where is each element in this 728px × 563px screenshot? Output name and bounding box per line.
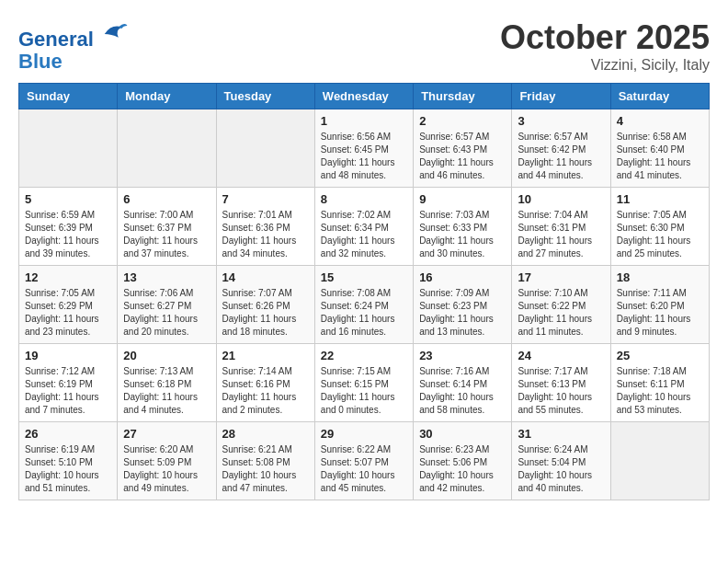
calendar-cell: 28Sunrise: 6:21 AM Sunset: 5:08 PM Dayli… <box>216 422 314 500</box>
day-info: Sunrise: 6:22 AM Sunset: 5:07 PM Dayligh… <box>321 443 407 495</box>
logo: General Blue <box>18 18 129 73</box>
day-info: Sunrise: 6:59 AM Sunset: 6:39 PM Dayligh… <box>25 209 111 260</box>
day-number: 5 <box>25 192 111 206</box>
weekday-header-sunday: Sunday <box>19 84 118 109</box>
calendar-cell: 27Sunrise: 6:20 AM Sunset: 5:09 PM Dayli… <box>118 422 216 500</box>
day-info: Sunrise: 7:11 AM Sunset: 6:20 PM Dayligh… <box>617 287 703 339</box>
day-number: 13 <box>123 270 210 284</box>
day-info: Sunrise: 6:20 AM Sunset: 5:09 PM Dayligh… <box>123 443 210 495</box>
calendar-cell <box>216 109 314 188</box>
calendar-cell: 25Sunrise: 7:18 AM Sunset: 6:11 PM Dayli… <box>610 344 709 422</box>
calendar-cell: 10Sunrise: 7:04 AM Sunset: 6:31 PM Dayli… <box>512 188 610 266</box>
page-header: General Blue October 2025 Vizzini, Sicil… <box>18 18 710 74</box>
weekday-header-wednesday: Wednesday <box>314 84 413 109</box>
day-info: Sunrise: 7:07 AM Sunset: 6:26 PM Dayligh… <box>222 287 309 339</box>
day-info: Sunrise: 7:17 AM Sunset: 6:13 PM Dayligh… <box>518 365 604 417</box>
day-number: 18 <box>617 270 703 284</box>
calendar-cell: 29Sunrise: 6:22 AM Sunset: 5:07 PM Dayli… <box>314 422 413 500</box>
day-info: Sunrise: 7:15 AM Sunset: 6:15 PM Dayligh… <box>321 365 407 417</box>
calendar-cell: 17Sunrise: 7:10 AM Sunset: 6:22 PM Dayli… <box>512 266 610 344</box>
calendar-cell: 16Sunrise: 7:09 AM Sunset: 6:23 PM Dayli… <box>414 266 512 344</box>
day-number: 1 <box>321 114 407 128</box>
day-number: 10 <box>518 192 604 206</box>
day-number: 31 <box>518 427 604 441</box>
calendar-cell: 8Sunrise: 7:02 AM Sunset: 6:34 PM Daylig… <box>314 188 413 266</box>
calendar-cell: 15Sunrise: 7:08 AM Sunset: 6:24 PM Dayli… <box>314 266 413 344</box>
calendar-cell: 22Sunrise: 7:15 AM Sunset: 6:15 PM Dayli… <box>314 344 413 422</box>
day-number: 11 <box>617 192 703 206</box>
day-number: 2 <box>419 114 506 128</box>
day-number: 6 <box>123 192 210 206</box>
day-info: Sunrise: 7:00 AM Sunset: 6:37 PM Dayligh… <box>123 209 210 260</box>
day-number: 3 <box>518 114 604 128</box>
day-number: 23 <box>419 349 506 362</box>
calendar-cell <box>19 109 118 188</box>
calendar-table: SundayMondayTuesdayWednesdayThursdayFrid… <box>18 83 710 500</box>
day-number: 25 <box>617 349 703 362</box>
calendar-cell <box>610 422 709 500</box>
day-info: Sunrise: 7:10 AM Sunset: 6:22 PM Dayligh… <box>518 287 604 339</box>
day-number: 4 <box>617 114 703 128</box>
day-info: Sunrise: 7:05 AM Sunset: 6:30 PM Dayligh… <box>617 209 703 260</box>
day-number: 16 <box>419 270 506 284</box>
calendar-cell: 13Sunrise: 7:06 AM Sunset: 6:27 PM Dayli… <box>118 266 216 344</box>
day-info: Sunrise: 7:03 AM Sunset: 6:33 PM Dayligh… <box>419 209 506 260</box>
day-number: 17 <box>518 270 604 284</box>
day-info: Sunrise: 7:05 AM Sunset: 6:29 PM Dayligh… <box>25 287 111 339</box>
calendar-cell: 30Sunrise: 6:23 AM Sunset: 5:06 PM Dayli… <box>414 422 512 500</box>
calendar-week-1: 1Sunrise: 6:56 AM Sunset: 6:45 PM Daylig… <box>19 109 710 188</box>
day-info: Sunrise: 7:12 AM Sunset: 6:19 PM Dayligh… <box>25 365 111 417</box>
day-number: 12 <box>25 270 111 284</box>
calendar-week-2: 5Sunrise: 6:59 AM Sunset: 6:39 PM Daylig… <box>19 188 710 266</box>
weekday-header-tuesday: Tuesday <box>216 84 314 109</box>
day-info: Sunrise: 6:19 AM Sunset: 5:10 PM Dayligh… <box>25 443 111 495</box>
day-info: Sunrise: 6:58 AM Sunset: 6:40 PM Dayligh… <box>617 131 703 182</box>
calendar-cell <box>118 109 216 188</box>
calendar-cell: 4Sunrise: 6:58 AM Sunset: 6:40 PM Daylig… <box>610 109 709 188</box>
calendar-cell: 18Sunrise: 7:11 AM Sunset: 6:20 PM Dayli… <box>610 266 709 344</box>
day-info: Sunrise: 7:08 AM Sunset: 6:24 PM Dayligh… <box>321 287 407 339</box>
calendar-cell: 31Sunrise: 6:24 AM Sunset: 5:04 PM Dayli… <box>512 422 610 500</box>
day-info: Sunrise: 6:23 AM Sunset: 5:06 PM Dayligh… <box>419 443 506 495</box>
day-info: Sunrise: 6:56 AM Sunset: 6:45 PM Dayligh… <box>321 131 407 182</box>
day-info: Sunrise: 7:02 AM Sunset: 6:34 PM Dayligh… <box>321 209 407 260</box>
month-title: October 2025 <box>500 18 710 57</box>
calendar-cell: 3Sunrise: 6:57 AM Sunset: 6:42 PM Daylig… <box>512 109 610 188</box>
calendar-week-5: 26Sunrise: 6:19 AM Sunset: 5:10 PM Dayli… <box>19 422 710 500</box>
weekday-header-thursday: Thursday <box>414 84 512 109</box>
day-number: 24 <box>518 349 604 362</box>
weekday-header-saturday: Saturday <box>610 84 709 109</box>
calendar-cell: 7Sunrise: 7:01 AM Sunset: 6:36 PM Daylig… <box>216 188 314 266</box>
calendar-cell: 20Sunrise: 7:13 AM Sunset: 6:18 PM Dayli… <box>118 344 216 422</box>
calendar-week-4: 19Sunrise: 7:12 AM Sunset: 6:19 PM Dayli… <box>19 344 710 422</box>
weekday-header-friday: Friday <box>512 84 610 109</box>
calendar-cell: 12Sunrise: 7:05 AM Sunset: 6:29 PM Dayli… <box>19 266 118 344</box>
day-info: Sunrise: 6:57 AM Sunset: 6:42 PM Dayligh… <box>518 131 604 182</box>
calendar-cell: 26Sunrise: 6:19 AM Sunset: 5:10 PM Dayli… <box>19 422 118 500</box>
day-number: 14 <box>222 270 309 284</box>
calendar-cell: 24Sunrise: 7:17 AM Sunset: 6:13 PM Dayli… <box>512 344 610 422</box>
day-number: 9 <box>419 192 506 206</box>
weekday-header-monday: Monday <box>118 84 216 109</box>
weekday-header-row: SundayMondayTuesdayWednesdayThursdayFrid… <box>19 84 710 109</box>
calendar-cell: 2Sunrise: 6:57 AM Sunset: 6:43 PM Daylig… <box>414 109 512 188</box>
day-number: 7 <box>222 192 309 206</box>
day-info: Sunrise: 7:18 AM Sunset: 6:11 PM Dayligh… <box>617 365 703 417</box>
day-number: 30 <box>419 427 506 441</box>
day-info: Sunrise: 7:06 AM Sunset: 6:27 PM Dayligh… <box>123 287 210 339</box>
calendar-cell: 11Sunrise: 7:05 AM Sunset: 6:30 PM Dayli… <box>610 188 709 266</box>
calendar-cell: 9Sunrise: 7:03 AM Sunset: 6:33 PM Daylig… <box>414 188 512 266</box>
calendar-cell: 21Sunrise: 7:14 AM Sunset: 6:16 PM Dayli… <box>216 344 314 422</box>
calendar-cell: 1Sunrise: 6:56 AM Sunset: 6:45 PM Daylig… <box>314 109 413 188</box>
day-info: Sunrise: 6:21 AM Sunset: 5:08 PM Dayligh… <box>222 443 309 495</box>
day-number: 22 <box>321 349 407 362</box>
logo-bird-icon <box>101 18 129 46</box>
calendar-cell: 19Sunrise: 7:12 AM Sunset: 6:19 PM Dayli… <box>19 344 118 422</box>
location-subtitle: Vizzini, Sicily, Italy <box>500 57 710 74</box>
day-info: Sunrise: 7:04 AM Sunset: 6:31 PM Dayligh… <box>518 209 604 260</box>
day-info: Sunrise: 7:09 AM Sunset: 6:23 PM Dayligh… <box>419 287 506 339</box>
calendar-cell: 5Sunrise: 6:59 AM Sunset: 6:39 PM Daylig… <box>19 188 118 266</box>
day-number: 21 <box>222 349 309 362</box>
day-number: 27 <box>123 427 210 441</box>
day-info: Sunrise: 7:13 AM Sunset: 6:18 PM Dayligh… <box>123 365 210 417</box>
